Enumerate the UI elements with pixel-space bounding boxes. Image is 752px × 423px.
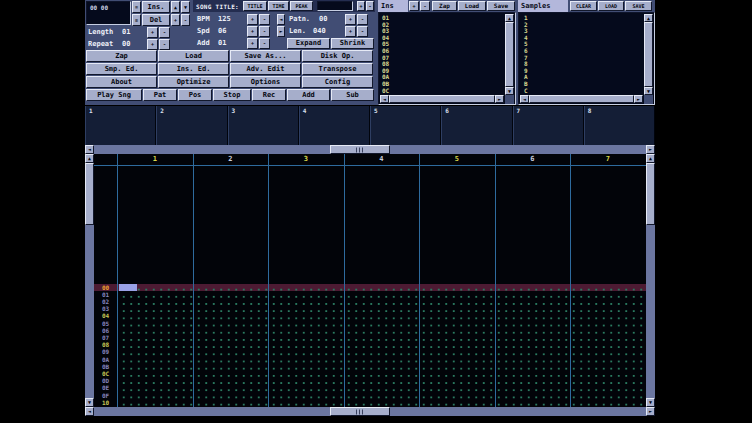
menu-button-config[interactable]: Config — [302, 76, 373, 88]
channel-scope[interactable]: 4 — [299, 106, 370, 145]
instrument-hscroll-thumb[interactable] — [389, 95, 495, 103]
order-list[interactable]: 00 00 — [86, 1, 131, 25]
pattern-minus-button[interactable]: - — [357, 14, 368, 25]
pattern-hscroll-left-button-bottom[interactable]: ◄ — [85, 407, 94, 416]
pattern-grid[interactable] — [118, 284, 644, 406]
pattern-channel-header[interactable]: 2 — [193, 155, 269, 164]
pattern-hscroll-right-button[interactable]: ► — [646, 145, 655, 154]
sample-hscroll-thumb[interactable] — [529, 95, 634, 103]
menu-button-transpose[interactable]: Transpose — [302, 63, 373, 75]
bpm-minus-button[interactable]: - — [259, 14, 270, 25]
pattern-vscroll-thumb-left[interactable] — [85, 163, 94, 225]
transport-button-sub[interactable]: Sub — [331, 89, 374, 101]
pattern-channel-header[interactable]: 7 — [570, 155, 646, 164]
instrument-scroll-right-button[interactable]: ► — [495, 95, 504, 103]
title-plus-button[interactable]: + — [357, 1, 365, 11]
pattern-channel-header[interactable]: 6 — [495, 155, 571, 164]
menu-button-optimize[interactable]: Optimize — [158, 76, 229, 88]
song-title-field[interactable] — [317, 1, 353, 11]
instrument-scroll-left-button[interactable]: ◄ — [380, 95, 389, 103]
transport-button-play-sng[interactable]: Play Sng — [86, 89, 142, 101]
sample-scroll-down-button[interactable]: ▼ — [644, 87, 653, 95]
pattern-length-minus-button[interactable]: - — [357, 26, 368, 37]
sample-scroll-right-button[interactable]: ► — [634, 95, 643, 103]
pattern-vscroll-thumb-right[interactable] — [646, 163, 655, 225]
sample-clear-button[interactable]: Clear — [570, 1, 597, 11]
instrument-zap-button[interactable]: Zap — [432, 1, 457, 11]
transport-button-rec[interactable]: Rec — [252, 89, 286, 101]
menu-button-save-as[interactable]: Save As... — [230, 50, 301, 62]
add-minus-button[interactable]: - — [259, 38, 270, 49]
channel-scope[interactable]: 8 — [584, 106, 655, 145]
shrink-button[interactable]: Shrink — [331, 38, 374, 49]
instrument-plus-button[interactable]: + — [409, 1, 419, 11]
channel-scope[interactable]: 6 — [441, 106, 512, 145]
menu-button-about[interactable]: About — [86, 76, 157, 88]
channel-scope[interactable]: 1 — [85, 106, 156, 145]
order-list-entry[interactable]: 00 00 — [90, 5, 108, 11]
sample-list-item[interactable]: C — [524, 88, 528, 94]
menu-button-zap[interactable]: Zap — [86, 50, 157, 62]
instrument-scroll-down-button[interactable]: ▼ — [505, 87, 514, 95]
flip-right-button[interactable]: ► — [277, 26, 285, 37]
instrument-minus-button[interactable]: - — [420, 1, 430, 11]
transport-button-add[interactable]: Add — [287, 89, 330, 101]
pattern-channel-header[interactable]: 1 — [117, 155, 193, 164]
instrument-scroll-up-button[interactable]: ▲ — [505, 14, 514, 22]
sample-vscroll-thumb[interactable] — [644, 22, 653, 87]
instrument-load-button[interactable]: Load — [458, 1, 486, 11]
pattern-hscroll-thumb-top[interactable] — [330, 145, 390, 154]
menu-button-ins-ed[interactable]: Ins. Ed. — [158, 63, 229, 75]
pattern-vscroll-up-button-left[interactable]: ▲ — [85, 154, 94, 163]
pattern-channel-header[interactable]: 4 — [344, 155, 420, 164]
transport-button-stop[interactable]: Stop — [213, 89, 251, 101]
pattern-hscroll-thumb-bottom[interactable] — [330, 407, 390, 416]
pattern-length-plus-button[interactable]: + — [345, 26, 356, 37]
sample-load-button[interactable]: Load — [598, 1, 624, 11]
menu-button-smp-ed[interactable]: Smp. Ed. — [86, 63, 157, 75]
menu-button-disk-op[interactable]: Disk Op. — [302, 50, 373, 62]
pattern-plus-button[interactable]: + — [345, 14, 356, 25]
instrument-save-button[interactable]: Save — [487, 1, 515, 11]
pattern-vscroll-down-button-left[interactable]: ▼ — [85, 398, 94, 407]
time-tab-button[interactable]: TIME — [268, 1, 289, 11]
sample-listbox[interactable]: 123456789ABC ▲ ▼ ◄ ► — [518, 12, 655, 105]
order-list-button[interactable]: ≡ — [132, 14, 141, 26]
order-minus-button[interactable]: - — [181, 14, 190, 26]
pattern-channel-header[interactable]: 5 — [419, 155, 495, 164]
title-minus-button[interactable]: - — [366, 1, 374, 11]
order-down-button[interactable]: ▼ — [181, 1, 190, 13]
instrument-vscroll-thumb[interactable] — [505, 22, 514, 87]
add-plus-button[interactable]: + — [247, 38, 258, 49]
channel-scope[interactable]: 5 — [370, 106, 441, 145]
flip-left-button[interactable]: ◄ — [277, 14, 285, 25]
length-plus-button[interactable]: + — [147, 27, 158, 38]
sample-save-button[interactable]: Save — [625, 1, 652, 11]
instrument-list-item[interactable]: 0C — [382, 88, 389, 94]
order-plus-button[interactable]: + — [171, 14, 180, 26]
sample-scroll-up-button[interactable]: ▲ — [644, 14, 653, 22]
repeat-plus-button[interactable]: + — [147, 39, 158, 50]
pattern-hscroll-left-button[interactable]: ◄ — [85, 145, 94, 154]
pattern-vscroll-up-button-right[interactable]: ▲ — [646, 154, 655, 163]
channel-scope[interactable]: 2 — [156, 106, 227, 145]
instrument-listbox[interactable]: 0102030405060708090A0B0C ▲ ▼ ◄ ► — [378, 12, 516, 105]
channel-scope[interactable]: 3 — [228, 106, 299, 145]
title-tab-button[interactable]: TITLE — [243, 1, 267, 11]
length-minus-button[interactable]: - — [159, 27, 170, 38]
pattern-vscroll-down-button-right[interactable]: ▼ — [646, 398, 655, 407]
pattern-channel-header[interactable]: 3 — [268, 155, 344, 164]
bpm-plus-button[interactable]: + — [247, 14, 258, 25]
transport-button-pat[interactable]: Pat — [143, 89, 177, 101]
speed-plus-button[interactable]: + — [247, 26, 258, 37]
expand-button[interactable]: Expand — [287, 38, 330, 49]
menu-button-adv-edit[interactable]: Adv. Edit — [230, 63, 301, 75]
menu-button-options[interactable]: Options — [230, 76, 301, 88]
order-eq-button[interactable]: = — [132, 1, 141, 13]
order-insert-button[interactable]: Ins. — [142, 1, 170, 13]
pattern-hscroll-right-button-bottom[interactable]: ► — [646, 407, 655, 416]
order-delete-button[interactable]: Del — [142, 14, 170, 26]
transport-button-pos[interactable]: Pos — [178, 89, 212, 101]
order-up-button[interactable]: ▲ — [171, 1, 180, 13]
sample-scroll-left-button[interactable]: ◄ — [520, 95, 529, 103]
